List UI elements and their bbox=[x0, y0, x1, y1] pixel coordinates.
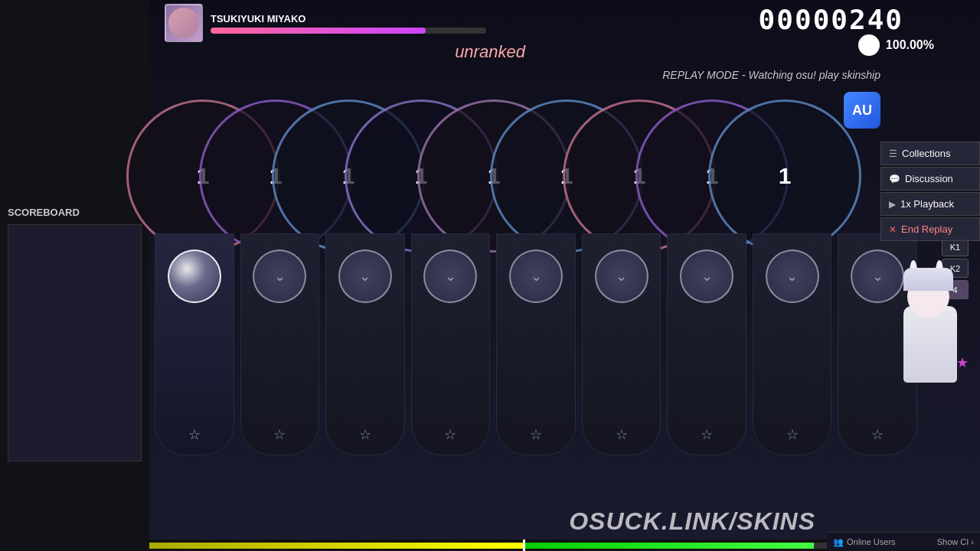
k1-label: K1 bbox=[950, 243, 960, 252]
progress-fill-green bbox=[523, 543, 814, 549]
playback-icon: ▶ bbox=[889, 199, 896, 210]
down-arrow-3: ⌄ bbox=[359, 268, 371, 285]
mania-star-6: ☆ bbox=[616, 426, 628, 443]
mania-button-4[interactable]: ⌄ bbox=[423, 249, 477, 303]
mania-columns-container: ☆ ⌄ ☆ ⌄ ☆ ⌄ ☆ ⌄ ☆ ⌄ ☆ ⌄ ☆ bbox=[153, 233, 919, 471]
down-arrow-2: ⌄ bbox=[274, 268, 286, 285]
mania-star-5: ☆ bbox=[530, 426, 542, 443]
mania-column-6: ⌄ ☆ bbox=[582, 233, 662, 455]
replay-mode-text: REPLAY MODE - Watching osu! play skinshi… bbox=[662, 69, 880, 81]
pink-star-decoration: ★ bbox=[956, 354, 969, 371]
mania-button-7[interactable]: ⌄ bbox=[680, 249, 733, 303]
right-panel: ☰ Collections 💬 Discussion ▶ 1x Playback… bbox=[880, 142, 980, 241]
mania-button-5[interactable]: ⌄ bbox=[509, 249, 563, 303]
hit-circle-9: 1 bbox=[708, 99, 861, 253]
show-ci-label: Show CI bbox=[937, 537, 969, 546]
end-replay-label: End Replay bbox=[901, 223, 952, 235]
mania-column-2: ⌄ ☆ bbox=[240, 233, 320, 455]
player-name: TSUKIYUKI MIYAKO bbox=[211, 13, 486, 24]
discussion-icon: 💬 bbox=[889, 174, 900, 184]
mania-column-7: ⌄ ☆ bbox=[667, 233, 746, 455]
down-arrow-4: ⌄ bbox=[445, 268, 456, 285]
collections-button[interactable]: ☰ Collections bbox=[880, 142, 980, 165]
mania-column-3: ⌄ ☆ bbox=[325, 233, 405, 455]
player-progress-bar bbox=[211, 28, 486, 34]
collections-icon: ☰ bbox=[889, 148, 897, 159]
char-body bbox=[903, 306, 957, 383]
online-users-icon: 👥 bbox=[833, 537, 844, 547]
online-users-label: Online Users bbox=[847, 537, 896, 546]
discussion-button[interactable]: 💬 Discussion bbox=[880, 167, 980, 191]
character-sprite bbox=[896, 283, 965, 383]
end-replay-button[interactable]: ✕ End Replay bbox=[880, 217, 980, 241]
mania-star-9: ☆ bbox=[871, 426, 884, 443]
down-arrow-6: ⌄ bbox=[616, 268, 627, 285]
character-area: ★ bbox=[888, 268, 972, 383]
mania-button-6[interactable]: ⌄ bbox=[595, 249, 648, 303]
avatar-image bbox=[168, 8, 199, 38]
char-hair bbox=[903, 268, 953, 291]
mania-column-5: ⌄ ☆ bbox=[496, 233, 576, 455]
down-arrow-7: ⌄ bbox=[701, 268, 713, 285]
circle-number-9: 1 bbox=[779, 163, 792, 189]
avatar bbox=[165, 4, 203, 42]
mania-button-2[interactable]: ⌄ bbox=[253, 249, 306, 303]
discussion-label: Discussion bbox=[905, 173, 953, 184]
ix-playback-label: 1x Playback bbox=[900, 198, 954, 210]
end-replay-icon: ✕ bbox=[889, 224, 897, 235]
player-details: TSUKIYUKI MIYAKO bbox=[211, 13, 486, 34]
mania-star-3: ☆ bbox=[359, 426, 371, 443]
down-arrow-9: ⌄ bbox=[872, 268, 884, 285]
progress-marker bbox=[523, 540, 525, 552]
show-ci-button[interactable]: Show CI › bbox=[937, 537, 974, 546]
ix-playback-button[interactable]: ▶ 1x Playback bbox=[880, 192, 980, 216]
show-ci-arrow-icon: › bbox=[971, 537, 974, 546]
bottom-right-bar: 👥 Online Users Show CI › bbox=[827, 532, 980, 551]
mania-column-4: ⌄ ☆ bbox=[411, 233, 491, 455]
mania-button-3[interactable]: ⌄ bbox=[338, 249, 392, 303]
player-progress-fill bbox=[211, 28, 426, 34]
brand-text: OSUCK.LINK/SKINS bbox=[569, 507, 815, 536]
down-arrow-5: ⌄ bbox=[531, 268, 542, 285]
mania-button-1-active[interactable] bbox=[168, 249, 221, 303]
player-info: TSUKIYUKI MIYAKO bbox=[165, 4, 486, 42]
online-users-button[interactable]: 👥 Online Users bbox=[833, 537, 896, 547]
top-bar: TSUKIYUKI MIYAKO bbox=[149, 0, 980, 46]
mania-star-7: ☆ bbox=[701, 426, 713, 443]
mania-star-4: ☆ bbox=[444, 426, 456, 443]
left-sidebar: SCOREBOARD bbox=[0, 0, 149, 551]
mania-star-2: ☆ bbox=[273, 426, 286, 443]
down-arrow-8: ⌄ bbox=[786, 268, 798, 285]
mania-star-1: ☆ bbox=[188, 426, 201, 443]
mania-star-8: ☆ bbox=[786, 426, 799, 443]
progress-fill-yellow bbox=[149, 543, 523, 549]
collections-label: Collections bbox=[902, 148, 951, 159]
mania-column-8: ⌄ ☆ bbox=[753, 233, 832, 455]
mania-column-1: ☆ bbox=[155, 233, 234, 455]
mania-button-8[interactable]: ⌄ bbox=[766, 249, 819, 303]
